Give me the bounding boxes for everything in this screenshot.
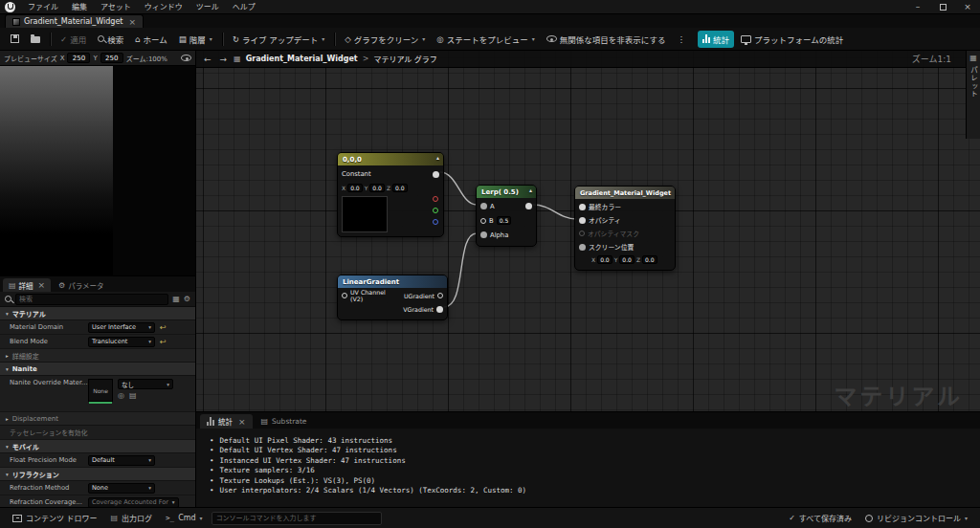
- node-material-result[interactable]: Gradient_Material_Widget 最終カラー オパシティ オパシ…: [574, 186, 676, 271]
- hide-unrelated-options-button[interactable]: ⋮: [672, 32, 690, 47]
- save-button[interactable]: [6, 32, 24, 46]
- browse-to-asset-button[interactable]: [26, 32, 45, 46]
- console-command-input[interactable]: [212, 512, 382, 525]
- details-tab-close-icon[interactable]: ×: [38, 280, 46, 290]
- nanite-override-thumbnail[interactable]: None: [88, 379, 113, 402]
- wire-vgradient-to-lerp-alpha[interactable]: [444, 233, 477, 307]
- minimize-button[interactable]: –: [905, 0, 930, 14]
- pin-vgradient-output[interactable]: [436, 306, 443, 313]
- node-result-header[interactable]: Gradient_Material_Widget: [575, 187, 675, 199]
- maximize-button[interactable]: [930, 0, 955, 14]
- preview-x-input[interactable]: 250: [67, 53, 90, 63]
- hierarchy-button[interactable]: ▤ 階層 ▾: [174, 31, 217, 48]
- node-constant-header[interactable]: 0,0,0 ▴: [338, 153, 443, 165]
- reset-to-default-icon[interactable]: ↩: [160, 323, 167, 332]
- constant-y-input[interactable]: 0.0: [369, 184, 385, 192]
- node-linear-gradient[interactable]: LinearGradient UV Channel (V2) UGradient…: [337, 275, 448, 320]
- menu-tools[interactable]: ツール: [189, 0, 226, 14]
- output-log-button[interactable]: ▤ 出力ログ: [106, 511, 158, 525]
- wire-constant-to-lerp-a[interactable]: [440, 172, 477, 205]
- constant-x-input[interactable]: 0.0: [347, 184, 363, 192]
- home-button[interactable]: ⌂ ホーム: [130, 31, 172, 48]
- constant-z-input[interactable]: 0.0: [392, 184, 408, 192]
- refraction-method-dropdown[interactable]: None ▾: [88, 483, 155, 494]
- wire-lerp-to-opacity[interactable]: [533, 205, 576, 219]
- breadcrumb-current[interactable]: マテリアル グラフ: [373, 54, 436, 64]
- pin-constant-output[interactable]: [433, 171, 439, 178]
- search-button[interactable]: 検索: [93, 31, 128, 48]
- screen-position-x-input[interactable]: 0.0: [597, 255, 612, 264]
- preview-state-button[interactable]: ◎ ステートをプレビュー ▾: [432, 31, 539, 48]
- cmd-dropdown-button[interactable]: >_ Cmd ▾: [161, 512, 208, 524]
- section-refraction[interactable]: ▾ リフラクション: [0, 468, 195, 481]
- menu-file[interactable]: ファイル: [21, 0, 65, 14]
- pin-lerp-b-input[interactable]: [480, 218, 486, 224]
- unreal-logo-icon[interactable]: [5, 2, 15, 12]
- clean-graph-button[interactable]: ◇ グラフをクリーン ▾: [340, 31, 430, 48]
- nav-back-icon[interactable]: ←: [202, 55, 213, 64]
- float-precision-dropdown[interactable]: Default ▾: [88, 455, 155, 466]
- breadcrumb-root[interactable]: Gradient_Material_Widget: [246, 55, 358, 63]
- browse-asset-icon[interactable]: ▤: [129, 392, 137, 400]
- menu-asset[interactable]: アセット: [94, 0, 138, 14]
- pin-uv-channel-input[interactable]: [342, 293, 347, 298]
- section-material[interactable]: ▾ マテリアル: [0, 307, 195, 320]
- node-linear-gradient-header[interactable]: LinearGradient: [338, 275, 447, 288]
- stats-tab-close-icon[interactable]: ×: [238, 417, 246, 427]
- pin-constant-b-output[interactable]: [433, 219, 438, 225]
- pin-final-color-input[interactable]: [579, 204, 586, 210]
- platform-stats-button[interactable]: プラットフォームの統計: [736, 31, 848, 48]
- details-search-input[interactable]: [15, 294, 168, 305]
- pin-lerp-alpha-input[interactable]: [480, 231, 487, 238]
- menu-window[interactable]: ウィンドウ: [138, 0, 189, 14]
- document-tab-close-icon[interactable]: ×: [129, 17, 137, 27]
- material-graph-canvas[interactable]: 0,0,0 ▴ Constant X 0.0 Y 0.0 Z 0.0: [196, 51, 980, 411]
- display-filter-icon[interactable]: ▦: [172, 295, 180, 303]
- reset-to-default-icon[interactable]: ↩: [160, 338, 167, 346]
- preview-visibility-icon[interactable]: [181, 55, 191, 61]
- pin-screen-position-input[interactable]: [579, 244, 586, 251]
- content-drawer-button[interactable]: コンテンツ ドロワー: [8, 511, 102, 525]
- apply-button[interactable]: ✓ 適用: [56, 31, 91, 48]
- tab-details[interactable]: ▤ 詳細 ×: [3, 278, 51, 292]
- menu-edit[interactable]: 編集: [65, 0, 94, 14]
- palette-tab[interactable]: ▦ パレット: [966, 51, 980, 139]
- lerp-b-input-field[interactable]: 0.5: [497, 216, 512, 225]
- section-mobile[interactable]: ▾ モバイル: [0, 440, 195, 453]
- preview-y-input[interactable]: 250: [100, 53, 123, 63]
- hide-unrelated-button[interactable]: 無関係な項目を非表示にする: [542, 31, 671, 48]
- nanite-override-dropdown[interactable]: なし ▾: [118, 379, 173, 389]
- use-selected-asset-icon[interactable]: ◎: [118, 392, 124, 400]
- screen-position-y-input[interactable]: 0.0: [619, 255, 635, 264]
- pin-opacity-input[interactable]: [579, 217, 586, 224]
- section-advanced[interactable]: ▸ 詳細設定: [0, 349, 195, 363]
- blend-mode-dropdown[interactable]: Translucent ▾: [88, 337, 155, 347]
- node-constant[interactable]: 0,0,0 ▴ Constant X 0.0 Y 0.0 Z 0.0: [337, 152, 444, 237]
- material-domain-dropdown[interactable]: User Interface ▾: [88, 322, 155, 333]
- stats-toggle-button[interactable]: 統計: [698, 31, 734, 48]
- collapse-node-icon[interactable]: ▴: [436, 154, 439, 161]
- screen-position-z-input[interactable]: 0.0: [642, 255, 657, 264]
- pin-ugradient-output[interactable]: [437, 293, 443, 298]
- pin-lerp-output[interactable]: [525, 203, 532, 209]
- nav-forward-icon[interactable]: →: [218, 55, 230, 64]
- pin-constant-r-output[interactable]: [433, 196, 438, 202]
- menu-help[interactable]: ヘルプ: [226, 0, 262, 14]
- pin-opacity-mask-input[interactable]: [579, 231, 585, 236]
- pin-lerp-a-input[interactable]: [480, 203, 487, 209]
- refraction-coverage-dropdown[interactable]: Coverage Accounted For ▾: [88, 497, 179, 508]
- section-displacement[interactable]: ▸ Displacement: [0, 412, 195, 426]
- node-lerp-header[interactable]: Lerp( 0.5) ▴: [477, 186, 536, 198]
- revision-control-button[interactable]: リビジョンコントロール ▾: [860, 511, 972, 525]
- document-tab-gradient-material-widget[interactable]: Gradient_Material_Widget ×: [5, 14, 144, 28]
- settings-gear-icon[interactable]: ⚙: [184, 295, 190, 303]
- save-status-button[interactable]: ✓ すべて保存済み: [784, 511, 857, 525]
- node-lerp[interactable]: Lerp( 0.5) ▴ A B 0.5 Alpha: [476, 185, 537, 247]
- close-button[interactable]: ×: [955, 0, 980, 14]
- live-update-button[interactable]: ↻ ライブ アップデート ▾: [228, 31, 329, 48]
- collapse-node-icon[interactable]: ▴: [529, 187, 532, 193]
- tab-parameters[interactable]: ⚙ パラメータ: [53, 278, 109, 292]
- pin-constant-g-output[interactable]: [433, 208, 438, 213]
- tab-substrate[interactable]: ▤ Substrate: [255, 414, 314, 429]
- tab-stats[interactable]: 統計 ×: [200, 414, 253, 429]
